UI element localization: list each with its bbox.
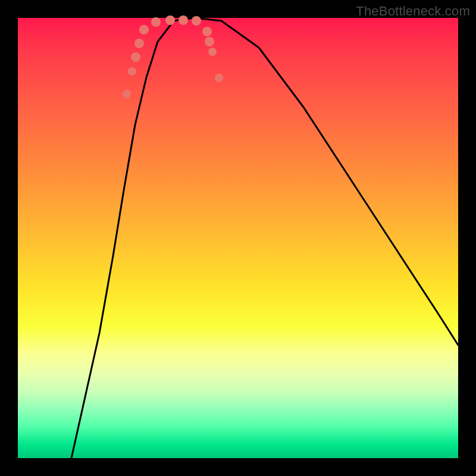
curve-marker bbox=[178, 15, 188, 25]
curve-marker bbox=[215, 74, 223, 82]
curve-marker bbox=[123, 90, 131, 98]
curve-marker bbox=[202, 27, 212, 36]
curve-marker bbox=[131, 52, 140, 62]
curve-marker bbox=[205, 37, 214, 46]
curve-marker bbox=[128, 67, 136, 76]
curve-marker bbox=[134, 39, 144, 48]
bottleneck-curve bbox=[18, 18, 458, 458]
curve-marker bbox=[192, 16, 201, 26]
attribution-text: TheBottleneck.com bbox=[356, 4, 470, 19]
curve-marker bbox=[165, 15, 175, 25]
curve-marker bbox=[208, 48, 217, 56]
curve-marker bbox=[139, 25, 149, 35]
plot-area bbox=[18, 18, 458, 458]
curve-marker bbox=[151, 17, 161, 27]
